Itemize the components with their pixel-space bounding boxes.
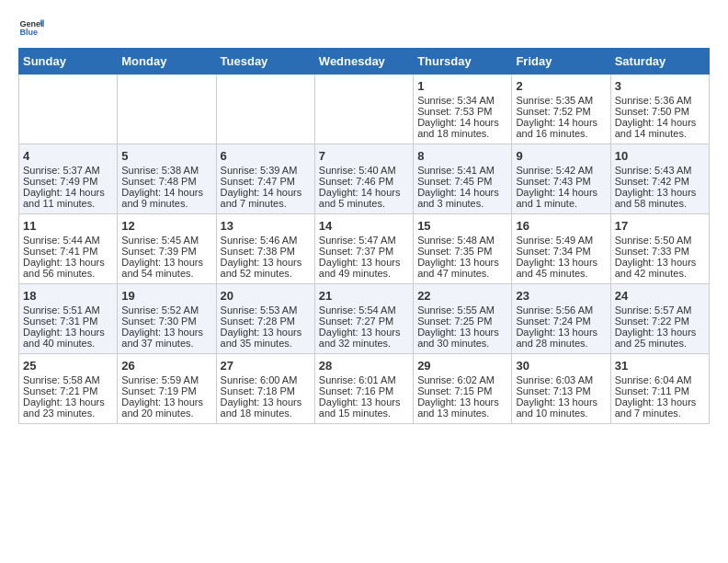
sunrise-text: Sunrise: 5:39 AM	[221, 165, 311, 176]
sunset-text: Sunset: 7:21 PM	[23, 385, 113, 396]
sunrise-text: Sunrise: 5:44 AM	[23, 235, 113, 246]
week-row-2: 4Sunrise: 5:37 AMSunset: 7:49 PMDaylight…	[19, 144, 710, 214]
calendar-cell: 27Sunrise: 6:00 AMSunset: 7:18 PMDayligh…	[216, 354, 314, 424]
day-number: 24	[615, 289, 705, 303]
sunrise-text: Sunrise: 5:40 AM	[319, 165, 409, 176]
sunrise-text: Sunrise: 5:51 AM	[23, 304, 113, 316]
week-row-3: 11Sunrise: 5:44 AMSunset: 7:41 PMDayligh…	[19, 214, 710, 284]
calendar-cell: 5Sunrise: 5:38 AMSunset: 7:48 PMDaylight…	[118, 144, 216, 214]
sunrise-text: Sunrise: 6:03 AM	[516, 374, 606, 385]
calendar-cell	[19, 75, 118, 144]
sunset-text: Sunset: 7:48 PM	[121, 176, 211, 187]
calendar-table: SundayMondayTuesdayWednesdayThursdayFrid…	[18, 48, 710, 424]
calendar-cell: 11Sunrise: 5:44 AMSunset: 7:41 PMDayligh…	[19, 214, 118, 284]
sunrise-text: Sunrise: 5:46 AM	[221, 235, 311, 246]
day-number: 6	[221, 149, 311, 163]
sunset-text: Sunset: 7:43 PM	[516, 176, 606, 187]
sunset-text: Sunset: 7:27 PM	[319, 316, 409, 327]
daylight-text: Daylight: 13 hours and 10 minutes.	[516, 396, 606, 419]
calendar-cell: 25Sunrise: 5:58 AMSunset: 7:21 PMDayligh…	[19, 354, 118, 424]
col-header-sunday: Sunday	[19, 49, 118, 75]
sunset-text: Sunset: 7:35 PM	[417, 246, 507, 257]
sunrise-text: Sunrise: 5:50 AM	[615, 235, 705, 246]
calendar-cell: 31Sunrise: 6:04 AMSunset: 7:11 PMDayligh…	[610, 354, 709, 424]
sunset-text: Sunset: 7:24 PM	[516, 316, 606, 327]
week-row-4: 18Sunrise: 5:51 AMSunset: 7:31 PMDayligh…	[19, 284, 710, 354]
sunset-text: Sunset: 7:18 PM	[221, 385, 311, 396]
sunrise-text: Sunrise: 5:57 AM	[615, 304, 705, 316]
calendar-cell: 2Sunrise: 5:35 AMSunset: 7:52 PMDaylight…	[512, 75, 610, 144]
day-number: 2	[516, 79, 606, 93]
sunrise-text: Sunrise: 6:02 AM	[417, 374, 507, 385]
sunset-text: Sunset: 7:50 PM	[615, 106, 705, 117]
calendar-cell: 30Sunrise: 6:03 AMSunset: 7:13 PMDayligh…	[512, 354, 610, 424]
sunset-text: Sunset: 7:42 PM	[615, 176, 705, 187]
calendar-cell: 15Sunrise: 5:48 AMSunset: 7:35 PMDayligh…	[414, 214, 512, 284]
daylight-text: Daylight: 13 hours and 35 minutes.	[221, 327, 311, 349]
sunset-text: Sunset: 7:25 PM	[417, 316, 507, 327]
daylight-text: Daylight: 13 hours and 7 minutes.	[615, 396, 705, 419]
day-number: 31	[615, 359, 705, 373]
calendar-cell: 20Sunrise: 5:53 AMSunset: 7:28 PMDayligh…	[216, 284, 314, 354]
header: General Blue	[18, 15, 710, 40]
sunset-text: Sunset: 7:46 PM	[319, 176, 409, 187]
daylight-text: Daylight: 13 hours and 32 minutes.	[319, 327, 409, 349]
sunrise-text: Sunrise: 5:47 AM	[319, 235, 409, 246]
svg-text:Blue: Blue	[19, 28, 38, 37]
daylight-text: Daylight: 13 hours and 18 minutes.	[221, 396, 311, 419]
day-number: 19	[121, 289, 211, 303]
logo: General Blue	[18, 15, 44, 40]
daylight-text: Daylight: 14 hours and 3 minutes.	[417, 187, 507, 209]
sunrise-text: Sunrise: 6:01 AM	[319, 374, 409, 385]
header-row: SundayMondayTuesdayWednesdayThursdayFrid…	[19, 49, 710, 75]
calendar-cell: 17Sunrise: 5:50 AMSunset: 7:33 PMDayligh…	[610, 214, 709, 284]
day-number: 11	[23, 219, 113, 233]
calendar-cell: 1Sunrise: 5:34 AMSunset: 7:53 PMDaylight…	[414, 75, 512, 144]
calendar-cell: 21Sunrise: 5:54 AMSunset: 7:27 PMDayligh…	[314, 284, 413, 354]
sunset-text: Sunset: 7:45 PM	[417, 176, 507, 187]
sunset-text: Sunset: 7:16 PM	[319, 385, 409, 396]
day-number: 23	[516, 289, 606, 303]
day-number: 29	[417, 359, 507, 373]
calendar-cell: 7Sunrise: 5:40 AMSunset: 7:46 PMDaylight…	[314, 144, 413, 214]
calendar-cell: 29Sunrise: 6:02 AMSunset: 7:15 PMDayligh…	[414, 354, 512, 424]
sunrise-text: Sunrise: 5:49 AM	[516, 235, 606, 246]
day-number: 17	[615, 219, 705, 233]
col-header-wednesday: Wednesday	[314, 49, 413, 75]
day-number: 10	[615, 149, 705, 163]
daylight-text: Daylight: 13 hours and 49 minutes.	[319, 257, 409, 279]
calendar-cell	[118, 75, 216, 144]
calendar-cell: 13Sunrise: 5:46 AMSunset: 7:38 PMDayligh…	[216, 214, 314, 284]
day-number: 20	[221, 289, 311, 303]
col-header-thursday: Thursday	[414, 49, 512, 75]
daylight-text: Daylight: 13 hours and 45 minutes.	[516, 257, 606, 279]
day-number: 13	[221, 219, 311, 233]
daylight-text: Daylight: 14 hours and 1 minute.	[516, 187, 606, 209]
sunrise-text: Sunrise: 6:04 AM	[615, 374, 705, 385]
day-number: 30	[516, 359, 606, 373]
sunrise-text: Sunrise: 5:34 AM	[417, 95, 507, 106]
calendar-cell: 9Sunrise: 5:42 AMSunset: 7:43 PMDaylight…	[512, 144, 610, 214]
daylight-text: Daylight: 13 hours and 28 minutes.	[516, 327, 606, 349]
sunrise-text: Sunrise: 5:36 AM	[615, 95, 705, 106]
day-number: 21	[319, 289, 409, 303]
sunrise-text: Sunrise: 5:54 AM	[319, 304, 409, 316]
sunrise-text: Sunrise: 5:41 AM	[417, 165, 507, 176]
day-number: 8	[417, 149, 507, 163]
sunrise-text: Sunrise: 5:53 AM	[221, 304, 311, 316]
sunset-text: Sunset: 7:38 PM	[221, 246, 311, 257]
sunset-text: Sunset: 7:41 PM	[23, 246, 113, 257]
sunset-text: Sunset: 7:33 PM	[615, 246, 705, 257]
sunset-text: Sunset: 7:28 PM	[221, 316, 311, 327]
col-header-saturday: Saturday	[610, 49, 709, 75]
daylight-text: Daylight: 14 hours and 7 minutes.	[221, 187, 311, 209]
daylight-text: Daylight: 14 hours and 11 minutes.	[23, 187, 113, 209]
sunset-text: Sunset: 7:39 PM	[121, 246, 211, 257]
calendar-cell: 6Sunrise: 5:39 AMSunset: 7:47 PMDaylight…	[216, 144, 314, 214]
daylight-text: Daylight: 13 hours and 30 minutes.	[417, 327, 507, 349]
daylight-text: Daylight: 13 hours and 47 minutes.	[417, 257, 507, 279]
daylight-text: Daylight: 13 hours and 23 minutes.	[23, 396, 113, 419]
col-header-tuesday: Tuesday	[216, 49, 314, 75]
day-number: 14	[319, 219, 409, 233]
daylight-text: Daylight: 13 hours and 58 minutes.	[615, 187, 705, 209]
